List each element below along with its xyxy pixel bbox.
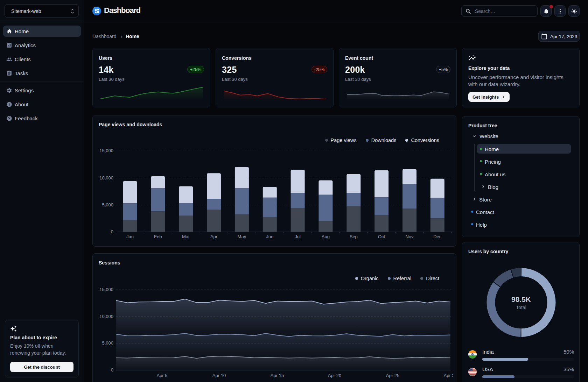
svg-text:50%: 50% [564,349,574,355]
svg-text:Nov: Nov [405,234,414,239]
svg-text:India: India [482,349,494,355]
svg-text:0: 0 [111,229,113,234]
svg-text:May: May [238,234,246,239]
svg-text:Oct: Oct [378,234,385,239]
svg-text:15,000: 15,000 [99,287,113,292]
svg-text:Feb: Feb [154,234,162,239]
svg-text:15,000: 15,000 [99,148,113,153]
svg-text:USA: USA [482,366,493,372]
svg-text:Jan: Jan [126,234,134,239]
svg-text:0: 0 [111,367,113,373]
svg-text:10,000: 10,000 [99,175,113,181]
svg-text:Mar: Mar [182,234,190,239]
svg-text:Apr 10: Apr 10 [212,373,226,378]
svg-text:Jun: Jun [266,234,273,239]
svg-text:Aug: Aug [322,234,330,239]
svg-text:Total: Total [516,305,526,310]
svg-text:Dec: Dec [433,234,442,239]
svg-text:Jul: Jul [295,234,301,239]
svg-text:Apr 30: Apr 30 [444,373,453,378]
svg-text:Apr 25: Apr 25 [386,373,399,378]
svg-text:5,000: 5,000 [102,340,113,346]
svg-text:Apr: Apr [210,234,218,239]
svg-text:5,000: 5,000 [102,202,113,207]
svg-text:10,000: 10,000 [99,314,113,319]
svg-text:Apr 20: Apr 20 [328,373,341,378]
svg-text:98.5K: 98.5K [511,295,531,303]
svg-text:Apr 15: Apr 15 [271,373,284,378]
svg-text:35%: 35% [564,366,574,372]
svg-text:Apr 5: Apr 5 [156,373,167,378]
svg-text:Sep: Sep [350,234,358,239]
